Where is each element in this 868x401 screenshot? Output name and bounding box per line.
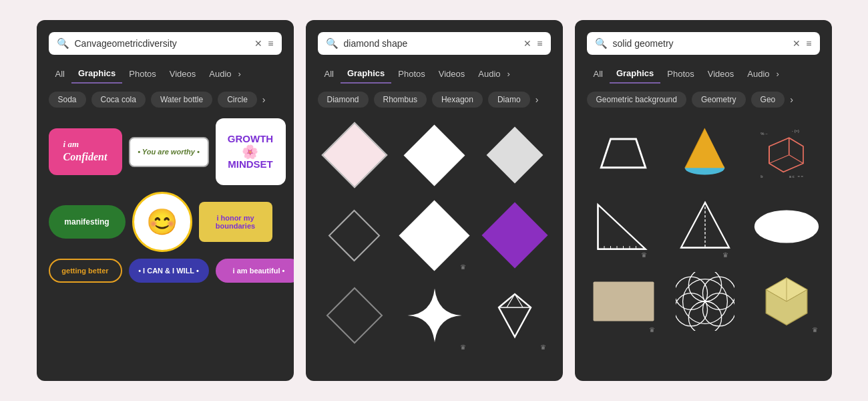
tab-graphics-1[interactable]: Graphics: [71, 64, 122, 84]
pill-more-3[interactable]: ›: [790, 94, 793, 105]
diamond-cell-7[interactable]: [318, 279, 391, 352]
tab-audio-1[interactable]: Audio: [202, 65, 238, 83]
panels-container: 🔍 ✕ ≡ All Graphics Photos Videos Audio ›…: [17, 0, 852, 401]
geo-cell-flower[interactable]: [668, 268, 742, 335]
filter-icon-3[interactable]: ≡: [806, 38, 811, 49]
pill-diamo[interactable]: Diamo: [488, 92, 530, 108]
geo-cell-rect[interactable]: ♛: [587, 268, 660, 335]
sticker-smiley[interactable]: 😊: [132, 192, 192, 252]
geo-cell-ruler[interactable]: ♛: [587, 193, 660, 260]
pill-cocacola[interactable]: Coca cola: [91, 92, 146, 108]
panel-2: 🔍 ✕ ≡ All Graphics Photos Videos Audio ›…: [306, 20, 563, 381]
tab-audio-2[interactable]: Audio: [471, 65, 507, 83]
search-bar-2: 🔍 ✕ ≡: [318, 32, 551, 55]
tab-graphics-3[interactable]: Graphics: [610, 64, 660, 84]
clear-icon-2[interactable]: ✕: [523, 38, 531, 49]
filter-icon-2[interactable]: ≡: [537, 38, 542, 49]
sticker-growth[interactable]: GROWTH 🌸 MINDSET: [216, 118, 286, 185]
svg-rect-31: [593, 281, 654, 321]
tab-photos-3[interactable]: Photos: [660, 65, 700, 83]
tab-all-2[interactable]: All: [318, 65, 341, 83]
tab-photos-1[interactable]: Photos: [122, 65, 162, 83]
diamond-cell-1[interactable]: [318, 118, 391, 192]
search-input-3[interactable]: [613, 38, 788, 49]
sticker-beautiful[interactable]: i am beautiful •: [216, 259, 294, 283]
svg-line-12: [769, 154, 789, 163]
sticker-worthy[interactable]: • You are worthy •: [129, 137, 209, 167]
search-input-2[interactable]: [344, 38, 519, 49]
panel-1: 🔍 ✕ ≡ All Graphics Photos Videos Audio ›…: [37, 20, 294, 381]
pill-geo[interactable]: Geo: [751, 92, 785, 108]
tab-audio-3[interactable]: Audio: [740, 65, 776, 83]
tetrahedron-svg: [675, 196, 735, 257]
geo-cell-cone[interactable]: [668, 118, 742, 185]
tab-all-3[interactable]: All: [587, 65, 610, 83]
pill-more-1[interactable]: ›: [262, 94, 266, 105]
pill-soda[interactable]: Soda: [49, 92, 86, 108]
diamond-cell-6[interactable]: [478, 198, 552, 272]
svg-marker-6: [685, 128, 725, 168]
tab-graphics-2[interactable]: Graphics: [341, 64, 391, 84]
sticker-row-1: i amConfident • You are worthy • GROWTH …: [49, 118, 282, 185]
tab-more-3[interactable]: ›: [777, 69, 779, 79]
clear-icon-1[interactable]: ✕: [254, 38, 262, 49]
tab-photos-2[interactable]: Photos: [391, 65, 431, 83]
diamond-gray: [486, 127, 543, 184]
flower-of-life-svg: [676, 272, 734, 331]
pill-waterbottle[interactable]: Water bottle: [151, 92, 212, 108]
pill-diamond[interactable]: Diamond: [318, 92, 369, 108]
diamond-cell-8[interactable]: ♛: [398, 279, 471, 352]
pill-geo-bg[interactable]: Geometric background: [587, 92, 686, 108]
diamond-cell-4[interactable]: [318, 198, 391, 272]
svg-text:= =: = =: [798, 174, 804, 178]
pills-2: Diamond Rhombus Hexagon Diamo ›: [318, 92, 551, 108]
sticker-getting[interactable]: getting better: [49, 259, 122, 283]
svg-marker-4: [601, 139, 646, 168]
crown-badge-5: ♛: [460, 263, 466, 271]
diamond-cell-3[interactable]: [478, 118, 552, 192]
diamond-cell-5[interactable]: ♛: [398, 198, 471, 272]
pill-geometry[interactable]: Geometry: [692, 92, 746, 108]
search-bar-1: 🔍 ✕ ≡: [49, 32, 282, 55]
crown-badge-tetra: ♛: [722, 251, 728, 259]
geo-cell-ellipse[interactable]: [750, 193, 823, 260]
geo-cell-tetrahedron[interactable]: ♛: [668, 193, 742, 260]
diamond-cell-9[interactable]: ♛: [478, 279, 552, 352]
search-input-1[interactable]: [75, 38, 250, 49]
tab-videos-1[interactable]: Videos: [163, 65, 203, 83]
hex3d-svg: [757, 272, 816, 331]
tab-videos-2[interactable]: Videos: [432, 65, 472, 83]
sticker-manifesting[interactable]: manifesting: [49, 205, 126, 239]
pill-hexagon[interactable]: Hexagon: [432, 92, 483, 108]
sticker-row-2: manifesting 😊 i honor myboundaries: [49, 192, 282, 252]
filter-icon-1[interactable]: ≡: [268, 38, 273, 49]
svg-point-33: [688, 272, 721, 301]
trapezoid-svg: [592, 125, 655, 178]
pill-rhombus[interactable]: Rhombus: [374, 92, 427, 108]
tab-more-2[interactable]: ›: [507, 69, 510, 79]
svg-text:b: b: [761, 174, 763, 178]
geo-grid: % ~ - {=} b a c = =: [587, 118, 820, 335]
diamond-cell-2[interactable]: [398, 118, 471, 192]
pill-more-2[interactable]: ›: [535, 94, 539, 105]
svg-point-34: [688, 301, 721, 331]
geo-cell-hex3d[interactable]: ♛: [750, 268, 823, 335]
ellipse-svg: [750, 203, 823, 250]
geo-cell-cube[interactable]: % ~ - {=} b a c = =: [750, 118, 823, 185]
clear-icon-3[interactable]: ✕: [793, 38, 801, 49]
sticker-confident[interactable]: i amConfident: [49, 128, 122, 175]
crown-badge-8: ♛: [460, 344, 466, 351]
pill-circle[interactable]: Circle: [218, 92, 257, 108]
tab-videos-3[interactable]: Videos: [701, 65, 741, 83]
diamond-purple: [481, 203, 548, 269]
sticker-honor[interactable]: i honor myboundaries: [199, 202, 272, 242]
tabs-1: All Graphics Photos Videos Audio ›: [49, 64, 282, 84]
geo-cell-trapezoid[interactable]: [587, 118, 660, 185]
tab-more-1[interactable]: ›: [238, 69, 241, 79]
gem-outline: [488, 289, 541, 342]
tab-all-1[interactable]: All: [49, 65, 71, 83]
search-icon-2: 🔍: [326, 37, 339, 49]
search-icon-1: 🔍: [57, 37, 69, 49]
sticker-ican[interactable]: • I CAN & I WILL •: [129, 259, 209, 283]
crown-badge-ruler: ♛: [641, 251, 647, 259]
